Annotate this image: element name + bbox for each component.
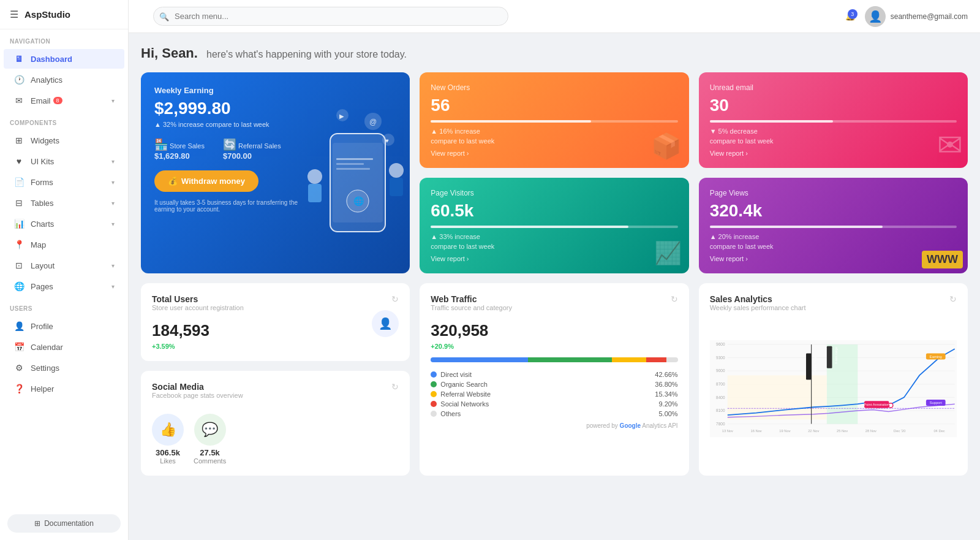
social-media-refresh-icon[interactable]: ↻ [391,382,399,392]
search-input[interactable] [153,7,508,26]
documentation-button[interactable]: ⊞ Documentation [7,514,121,533]
sidebar-item-pages[interactable]: 🌐 Pages ▾ [4,276,124,296]
uikits-chevron-icon: ▾ [111,158,115,165]
svg-text:@: @ [369,118,377,126]
page-views-card: Page Views 320.4k ▲ 20% increase compare… [699,178,968,273]
svg-text:X-axis range: X-axis range [834,347,838,364]
likes-label: Likes [152,457,184,465]
svg-rect-3 [308,184,322,202]
sidebar-logo: ☰ AspStudio [0,0,128,29]
svg-text:22 Nov: 22 Nov [808,429,819,433]
sidebar-item-label: Email [31,96,51,105]
svg-point-4 [389,163,404,178]
svg-rect-33 [727,375,826,419]
svg-text:9000: 9000 [716,368,725,373]
total-users-refresh-icon[interactable]: ↻ [391,294,399,304]
email-badge: 8 [53,97,62,104]
weekly-earning-card: Weekly Earning $2,999.80 ▲ 32% increase … [141,72,410,273]
sales-analytics-subtitle: Weekly sales performance chart [710,304,806,311]
traffic-legend-item: Referral Website 15.34% [431,390,677,398]
sidebar-item-label: Profile [31,322,53,331]
new-orders-view-report[interactable]: View report › [431,150,677,157]
sidebar-item-label: Map [31,240,46,249]
sidebar-item-profile[interactable]: 👤 Profile [4,316,124,336]
likes-value: 306.5k [152,448,184,457]
sidebar-item-label: Dashboard [31,55,72,64]
new-orders-sub1: ▲ 16% increase [431,127,677,135]
store-sales-icon: 🏪 [154,139,168,151]
sidebar-item-layout[interactable]: ⊡ Layout ▾ [4,256,124,275]
sidebar-item-calendar[interactable]: 📅 Calendar [4,337,124,357]
page-visitors-view-report[interactable]: View report › [431,255,677,262]
web-traffic-refresh-icon[interactable]: ↻ [671,294,678,304]
email-chevron-icon: ▾ [111,97,115,104]
page-content: Hi, Sean. here's what's happening with y… [129,33,980,540]
topbar: 🔍 🔔 3 👤 seantheme@gmail.com [129,0,980,33]
hero-illustration: @ ▶ ♥ 🌐 [293,78,410,250]
forms-icon: 📄 [13,177,24,187]
sidebar-item-label: UI Kits [31,157,54,166]
sidebar-item-forms[interactable]: 📄 Forms ▾ [4,172,124,192]
notification-button[interactable]: 🔔 3 [845,12,855,21]
total-users-growth: +3.59% [152,343,209,350]
referral-sales-label: Referral Sales [238,142,281,150]
hamburger-icon[interactable]: ☰ [10,9,18,20]
sidebar-item-ui-kits[interactable]: ♥ UI Kits ▾ [4,151,124,171]
sidebar-item-label: Forms [31,178,53,187]
navigation-section-title: Navigation [0,29,128,48]
sidebar-footer: ⊞ Documentation [0,507,128,540]
components-section-title: Components [0,111,128,130]
page-views-view-report[interactable]: View report › [710,255,957,262]
layout-icon: ⊡ [13,260,24,270]
page-visitors-value: 60.5k [431,201,677,221]
sidebar-item-analytics[interactable]: 🕐 Analytics [4,70,124,89]
sales-chart: 9600 9300 9000 8700 8400 8100 7800 [710,321,957,456]
doc-icon: ⊞ [34,519,40,528]
referral-sales-value: $700.00 [223,151,281,161]
svg-text:♥: ♥ [385,137,389,144]
sidebar-item-label: Tables [31,199,54,208]
page-title: Hi, Sean. here's what's happening with y… [141,45,968,61]
traffic-legend-item: Others 5.00% [431,410,677,417]
dashboard-icon: 🖥 [13,54,24,64]
total-users-value: 184,593 [152,321,209,340]
svg-text:8700: 8700 [716,382,725,386]
web-traffic-growth: +20.9% [431,343,677,350]
sidebar-item-settings[interactable]: ⚙ Settings [4,358,124,378]
sidebar-item-dashboard[interactable]: 🖥 Dashboard [4,49,124,69]
store-sales-item: 🏪 Store Sales $1,629.80 [154,138,205,161]
chart-container: 9600 9300 9000 8700 8400 8100 7800 [710,321,957,458]
charts-icon: 📊 [13,219,24,229]
new-orders-title: New Orders [431,83,677,92]
unread-email-view-report[interactable]: View report › [710,150,957,157]
sidebar-item-email[interactable]: ✉ Email 8 ▾ [4,91,124,110]
sidebar-item-map[interactable]: 📍 Map [4,235,124,254]
sidebar-item-widgets[interactable]: ⊞ Widgets [4,131,124,150]
svg-text:19 Nov: 19 Nov [779,429,790,433]
withdraw-button[interactable]: 💰 Withdraw money [154,170,258,192]
notification-badge: 3 [848,9,858,19]
user-profile[interactable]: 👤 seantheme@gmail.com [865,6,968,27]
sidebar-item-label: Widgets [31,136,59,145]
sales-analytics-refresh-icon[interactable]: ↻ [949,294,957,304]
new-orders-card: New Orders 56 ▲ 16% increase compare to … [420,72,688,168]
pages-icon: 🌐 [13,281,24,291]
page-visitors-title: Page Visitors [431,189,677,197]
main-content: 🔍 🔔 3 👤 seantheme@gmail.com Hi, Sean. [129,0,980,540]
uikits-icon: ♥ [13,156,24,166]
social-icons-row: 👍 306.5k Likes 💬 27.5k Comments [152,414,399,465]
svg-text:8100: 8100 [716,408,725,413]
page-views-value: 320.4k [710,201,957,221]
sidebar-item-label: Helper [31,384,54,394]
web-traffic-title: Web Traffic [431,294,512,304]
referral-sales-item: 🔄 Referral Sales $700.00 [223,138,281,161]
sidebar-item-helper[interactable]: ❓ Helper [4,379,124,398]
brand-name: AspStudio [24,9,70,20]
users-section-title: Users [0,297,128,316]
sales-analytics-title: Sales Analytics [710,294,806,304]
settings-icon: ⚙ [13,363,24,373]
sidebar: ☰ AspStudio Navigation 🖥 Dashboard 🕐 Ana… [0,0,129,540]
sidebar-item-charts[interactable]: 📊 Charts ▾ [4,214,124,234]
social-media-card: Social Media Facebook page stats overvie… [141,371,410,476]
sidebar-item-tables[interactable]: ⊟ Tables ▾ [4,193,124,213]
